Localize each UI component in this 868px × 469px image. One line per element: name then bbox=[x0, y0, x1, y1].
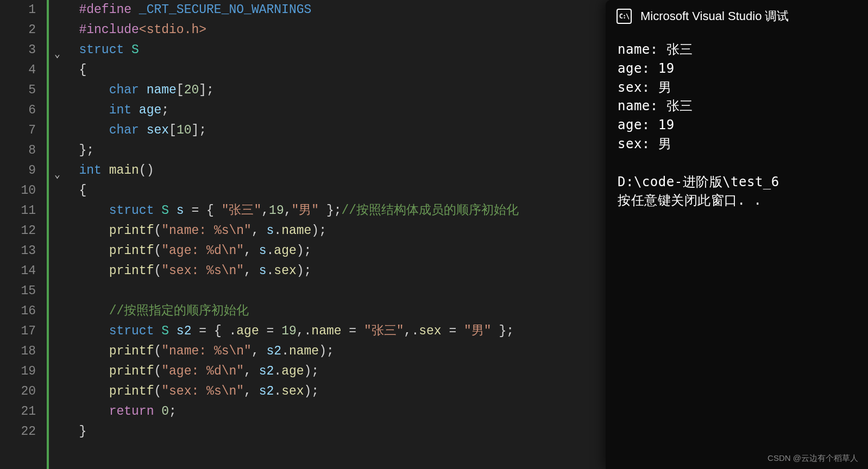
line-number: 13 bbox=[0, 241, 36, 261]
code-line[interactable]: printf("sex: %s\n", s.sex); bbox=[56, 261, 606, 281]
line-number: 19 bbox=[0, 362, 36, 382]
line-number: 14 bbox=[0, 261, 36, 281]
code-line[interactable]: } bbox=[56, 422, 606, 442]
line-number: 21 bbox=[0, 402, 36, 422]
line-number: 10 bbox=[0, 181, 36, 201]
code-line[interactable]: { bbox=[56, 60, 606, 80]
line-number: 22 bbox=[0, 422, 36, 442]
code-line[interactable]: struct S s2 = { .age = 19,.name = "张三",.… bbox=[56, 321, 606, 341]
code-line[interactable]: int age; bbox=[56, 100, 606, 121]
chevron-down-icon[interactable]: ⌄ bbox=[54, 45, 64, 54]
code-line[interactable]: printf("sex: %s\n", s2.sex); bbox=[56, 382, 606, 402]
line-number: 17 bbox=[0, 321, 36, 341]
code-line[interactable] bbox=[56, 281, 606, 301]
line-number: 18 bbox=[0, 341, 36, 362]
console-output[interactable]: name: 张三 age: 19 sex: 男 name: 张三 age: 19… bbox=[606, 33, 868, 218]
code-line[interactable]: { bbox=[56, 181, 606, 201]
line-number: 4 bbox=[0, 60, 36, 80]
line-number: 1 bbox=[0, 0, 36, 20]
code-line[interactable]: char sex[10]; bbox=[56, 121, 606, 141]
code-line[interactable]: char name[20]; bbox=[56, 80, 606, 100]
code-line[interactable]: #include<stdio.h> bbox=[56, 20, 606, 40]
code-line[interactable]: printf("name: %s\n", s2.name); bbox=[56, 341, 606, 362]
line-number: 9 bbox=[0, 161, 36, 181]
line-number: 8 bbox=[0, 141, 36, 161]
line-number: 11 bbox=[0, 201, 36, 221]
code-line[interactable]: printf("age: %d\n", s2.age); bbox=[56, 362, 606, 382]
code-area[interactable]: #define _CRT_SECURE_NO_WARNINGS #include… bbox=[51, 0, 606, 469]
code-line[interactable]: return 0; bbox=[56, 402, 606, 422]
line-number: 2 bbox=[0, 20, 36, 40]
line-number: 16 bbox=[0, 301, 36, 321]
code-line[interactable]: ⌄ struct S bbox=[56, 40, 606, 60]
code-line[interactable]: }; bbox=[56, 141, 606, 161]
change-indicator bbox=[47, 0, 51, 469]
line-number: 3 bbox=[0, 40, 36, 60]
code-line[interactable]: printf("name: %s\n", s.name); bbox=[56, 221, 606, 241]
line-number-gutter: 1 2 3 4 5 6 7 8 9 10 11 12 13 14 15 16 1… bbox=[0, 0, 47, 469]
debug-console-window[interactable]: C:\ Microsoft Visual Studio 调试 name: 张三 … bbox=[606, 0, 868, 469]
line-number: 5 bbox=[0, 80, 36, 100]
code-line[interactable]: #define _CRT_SECURE_NO_WARNINGS bbox=[56, 0, 606, 20]
chevron-down-icon[interactable]: ⌄ bbox=[54, 165, 64, 175]
console-title: Microsoft Visual Studio 调试 bbox=[640, 8, 789, 24]
line-number: 15 bbox=[0, 281, 36, 301]
code-line[interactable]: ⌄ int main() bbox=[56, 161, 606, 181]
line-number: 6 bbox=[0, 100, 36, 121]
terminal-icon: C:\ bbox=[617, 9, 632, 24]
code-line[interactable]: printf("age: %d\n", s.age); bbox=[56, 241, 606, 261]
line-number: 7 bbox=[0, 121, 36, 141]
line-number: 12 bbox=[0, 221, 36, 241]
line-number: 20 bbox=[0, 382, 36, 402]
code-editor[interactable]: 1 2 3 4 5 6 7 8 9 10 11 12 13 14 15 16 1… bbox=[0, 0, 606, 469]
code-line[interactable]: //按照指定的顺序初始化 bbox=[56, 301, 606, 321]
code-line[interactable]: struct S s = { "张三",19,"男" };//按照结构体成员的顺… bbox=[56, 201, 606, 221]
console-titlebar[interactable]: C:\ Microsoft Visual Studio 调试 bbox=[606, 0, 868, 33]
watermark: CSDN @云边有个稻草人 bbox=[768, 453, 858, 464]
